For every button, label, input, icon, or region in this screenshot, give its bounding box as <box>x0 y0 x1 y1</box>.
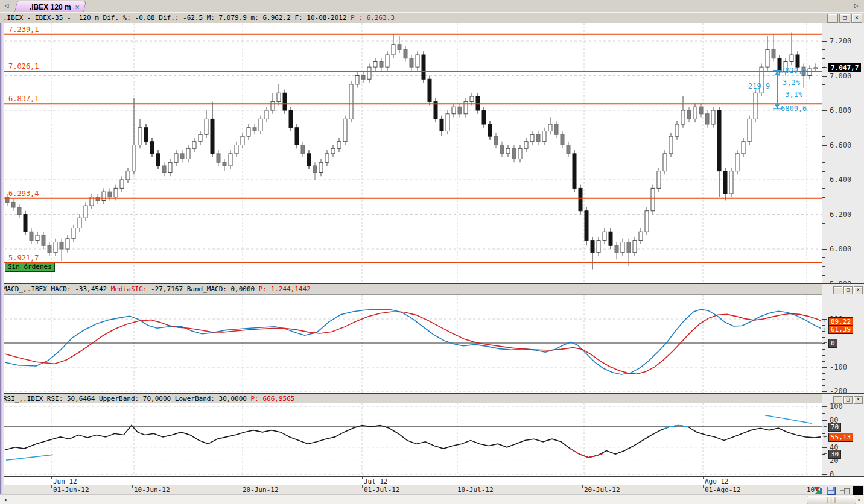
candle <box>259 119 262 131</box>
close-button[interactable]: × <box>851 14 862 23</box>
y-axis-tick-label: -100 <box>830 363 847 371</box>
candle <box>138 128 142 145</box>
indicator-header: MACD_,.IBEX MACD: -33,4542 MediaSIG: -27… <box>0 284 822 295</box>
y-axis-tick-label: 6.800 <box>830 106 851 115</box>
candle <box>651 188 655 210</box>
candle <box>132 145 136 171</box>
maximize-button[interactable]: □ <box>839 14 850 23</box>
price-level-label: 6.293,4 <box>8 189 39 198</box>
candle <box>331 148 335 154</box>
maximize-button[interactable]: □ <box>843 286 853 294</box>
tab-scroll-left-icon[interactable]: ◁ <box>2 2 11 10</box>
price-y-axis[interactable]: 7.2007.0006.8006.6006.4006.2006.0005.800… <box>822 23 864 283</box>
y-axis-tick <box>822 188 825 189</box>
y-axis-tick <box>822 58 825 59</box>
minimize-button[interactable]: _ <box>833 396 842 404</box>
chart-refresh-icon[interactable] <box>813 486 823 495</box>
candle <box>223 162 226 166</box>
y-axis-tick-label: 6.400 <box>830 175 851 184</box>
candle <box>102 192 106 200</box>
y-axis-tick <box>822 420 827 421</box>
header-segment: MACD_,.IBEX MACD: -33,4542 <box>3 285 111 293</box>
tab-close-icon[interactable]: × <box>75 3 80 11</box>
y-axis-tick <box>822 474 827 475</box>
candle <box>494 136 498 145</box>
indicator-value-badge: 0 <box>828 339 837 348</box>
candle <box>548 124 552 131</box>
day-label: 20-Jun-12 <box>243 486 279 494</box>
series-rsi-oversold <box>570 449 603 458</box>
series-rsi-overbought <box>664 426 688 429</box>
minimize-button[interactable]: _ <box>827 14 838 23</box>
tab-scroll-right-icon[interactable]: ▷ <box>852 2 860 10</box>
x-axis-tick <box>362 477 363 479</box>
candle <box>675 124 679 136</box>
horizontal-scrollbar[interactable]: ◂ ||| ▸ <box>0 494 864 504</box>
candle <box>591 241 594 253</box>
candle <box>458 107 462 114</box>
header-segment: P: 666,9565 <box>251 395 295 403</box>
macd-chart <box>0 295 822 393</box>
candle <box>500 145 504 154</box>
candle <box>66 239 69 249</box>
day-label: 01-Jul-12 <box>364 486 400 494</box>
tab-ibex-120m[interactable]: .IBEX 120 m × <box>14 1 87 13</box>
scroll-left-icon[interactable]: ◂ <box>1 496 9 504</box>
panel-buttons: _□× <box>833 286 863 294</box>
candle <box>579 188 582 210</box>
candle <box>754 93 757 119</box>
candle <box>373 62 377 68</box>
y-axis-tick <box>822 84 825 85</box>
header-segment: RSI_,.IBEX RSI: 50,6464 UpperBand: 70,00… <box>3 395 251 403</box>
no-orders-badge[interactable]: Sin órdenes <box>5 263 55 272</box>
x-axis-tick <box>241 485 241 488</box>
rsi-panel[interactable]: RSI_,.IBEX RSI: 50,6464 UpperBand: 70,00… <box>0 393 822 476</box>
price-chart-panel[interactable]: 7.239,17.026,16.837,16.293,45.921,77029,… <box>0 23 822 283</box>
scrollbar-thumb[interactable]: ||| <box>807 496 856 504</box>
candle <box>597 241 600 253</box>
save-icon[interactable] <box>826 486 836 495</box>
close-button[interactable]: × <box>854 286 863 294</box>
candle <box>814 68 818 69</box>
y-axis-tick <box>822 385 825 386</box>
candle <box>422 55 425 79</box>
candle <box>295 128 299 145</box>
x-axis-tick <box>582 485 583 488</box>
scroll-right-icon[interactable]: ▸ <box>856 496 863 504</box>
rsi-y-axis[interactable]: _□×1008040200←70←55,13←30 <box>822 393 864 476</box>
minimize-button[interactable]: _ <box>833 286 842 294</box>
y-axis-tick <box>822 413 825 414</box>
header-segment: P : 6.263,3 <box>351 14 395 22</box>
x-axis-tick <box>456 485 456 488</box>
candle <box>319 162 323 172</box>
day-label: 20-Jul-12 <box>584 486 620 494</box>
y-axis-tick <box>822 307 825 307</box>
candle <box>416 55 419 67</box>
y-axis-tick <box>822 406 827 407</box>
candle <box>253 128 256 131</box>
time-x-axis[interactable]: Jun-12Jul-12Ago-12 01-Jun-1210-Jun-1220-… <box>0 476 864 495</box>
y-axis-tick <box>822 373 825 374</box>
indicator-value-badge: 70 <box>828 423 841 432</box>
candle <box>114 188 118 197</box>
y-axis-tick-label: 0 <box>830 470 834 476</box>
x-axis-tick <box>805 485 805 488</box>
close-button[interactable]: × <box>854 396 863 404</box>
black-swatch-icon[interactable] <box>853 486 863 495</box>
candle <box>609 232 612 245</box>
pin-icon[interactable] <box>839 486 850 495</box>
macd-panel[interactable]: MACD_,.IBEX MACD: -33,4542 MediaSIG: -27… <box>0 283 822 393</box>
y-axis-tick <box>822 337 825 338</box>
candle <box>542 131 546 142</box>
candle <box>687 110 691 119</box>
tab-label: .IBEX 120 m <box>30 3 71 11</box>
maximize-button[interactable]: □ <box>843 396 853 404</box>
candle <box>150 142 154 154</box>
candle <box>307 154 311 166</box>
macd-y-axis[interactable]: _□×100-100-200←89,22←61,39←0 <box>822 283 864 393</box>
candle <box>681 110 685 124</box>
chart-title-bar: .IBEX - IBEX-35 - 120 m Dif. %: -0,88 Di… <box>0 12 864 24</box>
y-axis-tick <box>822 197 825 198</box>
panel-buttons: _□× <box>833 396 863 404</box>
series-trendline-right <box>765 415 812 424</box>
